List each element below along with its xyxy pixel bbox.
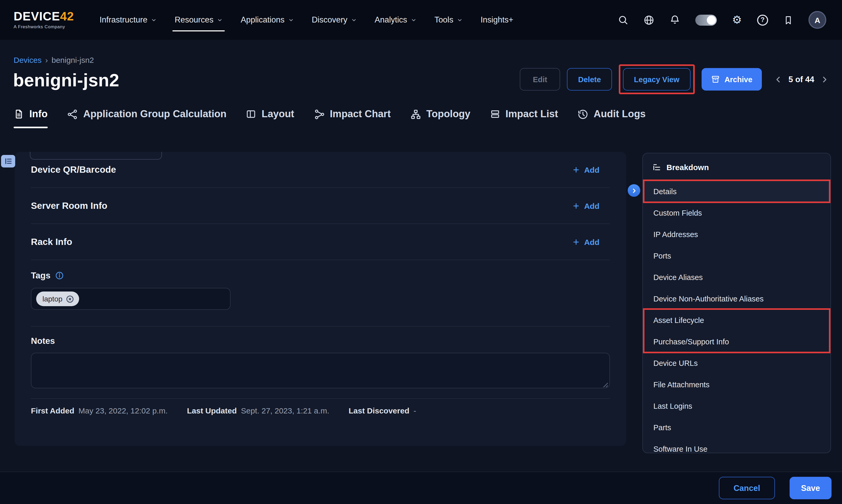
plus-icon <box>572 166 580 174</box>
document-icon <box>14 109 24 119</box>
sidebar-item-device-urls[interactable]: Device URLs <box>643 352 830 374</box>
page-title: benigni-jsn2 <box>13 70 119 91</box>
settings-gear-icon[interactable]: ⚙ <box>732 14 742 25</box>
help-icon[interactable] <box>757 14 768 25</box>
nav-item-discovery[interactable]: Discovery <box>312 15 357 24</box>
last-updated-meta: Last UpdatedSept. 27, 2023, 1:21 a.m. <box>187 406 329 415</box>
detail-tabs: Info Application Group Calculation Layou… <box>14 108 842 128</box>
nav-item-resources[interactable]: Resources <box>175 15 223 24</box>
delete-button[interactable]: Delete <box>567 68 612 91</box>
tab-label: Audit Logs <box>594 108 646 120</box>
tab-audit-logs[interactable]: Audit Logs <box>578 108 646 128</box>
breakdown-sidebar: Breakdown Details Custom Fields IP Addre… <box>642 153 831 453</box>
section-server-room-info: Server Room Info Add <box>31 188 610 224</box>
add-qr-barcode-button[interactable]: Add <box>572 165 599 174</box>
cancel-button[interactable]: Cancel <box>719 477 775 499</box>
info-icon[interactable] <box>55 271 64 280</box>
nav-item-label: Resources <box>175 15 213 24</box>
sidebar-item-software-in-use[interactable]: Software In Use <box>643 438 830 453</box>
nav-item-insights[interactable]: Insights+ <box>481 15 514 24</box>
tag-chip: laptop <box>36 291 79 306</box>
collapse-sidebar-button[interactable] <box>628 184 640 197</box>
truncated-field[interactable] <box>30 152 162 160</box>
bookmark-icon[interactable] <box>783 15 793 25</box>
sidebar-item-custom-fields[interactable]: Custom Fields <box>643 202 830 223</box>
top-nav-utilities: ⚙ A <box>618 11 826 29</box>
remove-tag-icon[interactable] <box>66 294 74 303</box>
tab-impact-list[interactable]: Impact List <box>489 108 558 128</box>
nav-item-label: Tools <box>434 15 453 24</box>
tab-label: Impact List <box>505 108 558 120</box>
user-avatar[interactable]: A <box>808 11 826 29</box>
tab-impact-chart[interactable]: Impact Chart <box>314 108 391 128</box>
sidebar-item-device-aliases[interactable]: Device Aliases <box>643 266 830 288</box>
notes-textarea[interactable] <box>31 353 610 388</box>
sidebar-item-ports[interactable]: Ports <box>643 245 830 266</box>
tab-layout[interactable]: Layout <box>246 108 294 128</box>
tags-input[interactable]: laptop <box>31 288 230 310</box>
sidebar-item-file-attachments[interactable]: File Attachments <box>643 374 830 395</box>
nav-item-label: Analytics <box>375 15 407 24</box>
sidebar-item-ip-addresses[interactable]: IP Addresses <box>643 223 830 245</box>
add-button-label: Add <box>584 201 599 210</box>
nav-item-label: Insights+ <box>481 15 514 24</box>
tab-application-group-calculation[interactable]: Application Group Calculation <box>67 108 227 128</box>
legacy-view-button[interactable]: Legacy View <box>623 68 691 91</box>
archive-button-label: Archive <box>724 75 752 84</box>
add-server-room-button[interactable]: Add <box>572 201 599 210</box>
breadcrumb-current: benigni-jsn2 <box>52 55 94 65</box>
history-icon <box>578 109 588 120</box>
add-button-label: Add <box>584 165 599 174</box>
sidebar-item-last-logins[interactable]: Last Logins <box>643 395 830 417</box>
annotation-box-legacy-view: Legacy View <box>619 65 695 94</box>
section-title: Server Room Info <box>31 200 107 211</box>
sidebar-item-asset-lifecycle[interactable]: Asset Lifecycle <box>643 309 830 331</box>
chevron-right-icon <box>631 187 637 194</box>
chevron-right-icon[interactable] <box>820 75 829 84</box>
tab-label: Topology <box>426 108 470 120</box>
tab-info[interactable]: Info <box>14 108 48 128</box>
save-button[interactable]: Save <box>790 477 831 499</box>
nav-item-analytics[interactable]: Analytics <box>375 15 416 24</box>
add-button-label: Add <box>584 237 599 246</box>
panel-toggle-button[interactable] <box>1 155 15 167</box>
notifications-bell-icon[interactable] <box>670 15 680 25</box>
chevron-down-icon <box>457 17 463 23</box>
chevron-down-icon <box>217 17 223 23</box>
tags-label: Tags <box>31 271 51 281</box>
tags-section: Tags laptop <box>31 260 610 327</box>
section-title: Rack Info <box>31 236 72 247</box>
sidebar-item-device-non-authoritative-aliases[interactable]: Device Non-Authoritative Aliases <box>643 288 830 309</box>
breadcrumb-devices-link[interactable]: Devices <box>14 55 42 65</box>
chevron-left-icon[interactable] <box>773 75 783 84</box>
nav-item-tools[interactable]: Tools <box>434 15 463 24</box>
share-network-icon <box>67 109 78 120</box>
pagination-label: 5 of 44 <box>789 75 814 84</box>
chevron-down-icon <box>151 17 157 23</box>
tab-label: Impact Chart <box>330 108 391 120</box>
last-discovered-meta: Last Discovered- <box>349 406 416 415</box>
tab-label: Application Group Calculation <box>83 108 227 120</box>
add-rack-info-button[interactable]: Add <box>572 237 599 246</box>
nav-item-infrastructure[interactable]: Infrastructure <box>100 15 157 24</box>
nav-item-applications[interactable]: Applications <box>241 15 294 24</box>
sidebar-item-details[interactable]: Details <box>643 181 830 202</box>
globe-icon[interactable] <box>643 14 654 25</box>
sidebar-item-purchase-support-info[interactable]: Purchase/Support Info <box>643 331 830 352</box>
chevron-down-icon <box>411 17 416 23</box>
tab-topology[interactable]: Topology <box>410 108 470 128</box>
theme-toggle[interactable] <box>695 14 717 25</box>
main-navigation: Infrastructure Resources Applications Di… <box>100 15 513 24</box>
bottom-action-bar: Cancel Save <box>0 471 842 504</box>
archive-button[interactable]: Archive <box>701 68 761 91</box>
sidebar-item-parts[interactable]: Parts <box>643 417 830 438</box>
topology-sitemap-icon <box>410 109 421 120</box>
edit-button[interactable]: Edit <box>520 68 561 91</box>
first-added-meta: First AddedMay 23, 2022, 12:02 p.m. <box>31 406 168 415</box>
section-rack-info: Rack Info Add <box>31 224 610 260</box>
search-icon[interactable] <box>618 15 628 25</box>
info-panel: Device QR/Barcode Add Server Room Info A… <box>15 152 626 446</box>
device42-logo[interactable]: DEVICE42 A Freshworks Company <box>14 11 86 29</box>
impact-chart-icon <box>314 109 325 120</box>
nav-item-label: Applications <box>241 15 285 24</box>
